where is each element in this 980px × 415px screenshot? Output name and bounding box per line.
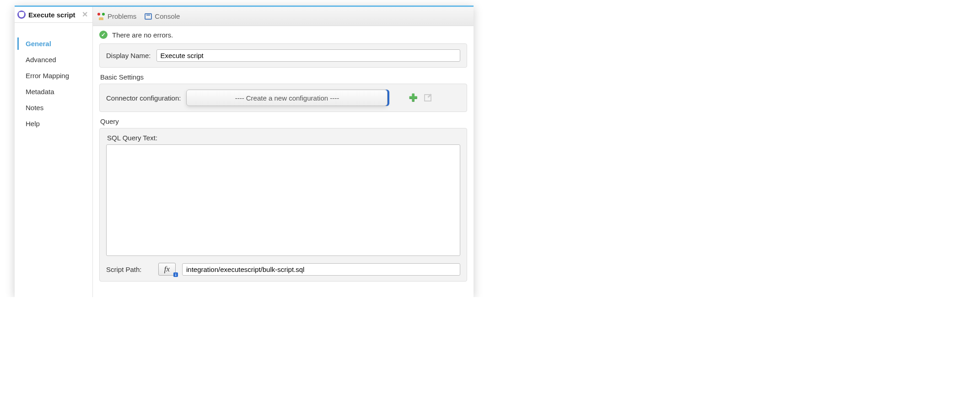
basic-settings-title: Basic Settings	[99, 71, 467, 84]
fx-button[interactable]: fx i	[158, 263, 176, 276]
display-name-label: Display Name:	[106, 52, 151, 59]
tab-problems[interactable]: Problems	[97, 12, 136, 20]
dropdown-selected-text: ---- Create a new configuration ----	[235, 94, 339, 102]
sidebar-nav: General Advanced Error Mapping Metadata …	[15, 36, 92, 132]
check-icon: ✓	[99, 31, 108, 39]
sidebar-item-error-mapping[interactable]: Error Mapping	[15, 68, 92, 84]
script-path-input[interactable]	[182, 263, 460, 276]
sidebar-item-label: Metadata	[26, 88, 54, 96]
app-window: Execute script ✕ General Advanced Error …	[15, 5, 474, 297]
query-section: SQL Query Text: Script Path: fx i	[99, 128, 467, 282]
close-icon[interactable]: ✕	[80, 11, 90, 18]
edit-config-button[interactable]	[423, 93, 432, 102]
sidebar-item-label: Error Mapping	[26, 72, 69, 80]
main-panel: Problems Console ✓ There are no errors. …	[92, 7, 474, 297]
active-tab-label: Execute script	[28, 11, 77, 19]
status-bar: ✓ There are no errors.	[93, 26, 474, 43]
connector-config-label: Connector configuration:	[106, 94, 181, 102]
plus-icon: ✚	[409, 92, 417, 104]
status-message: There are no errors.	[112, 31, 173, 39]
sidebar-item-notes[interactable]: Notes	[15, 100, 92, 116]
basic-settings-section: Connector configuration: ---- Create a n…	[99, 84, 467, 112]
display-name-input[interactable]	[156, 49, 460, 62]
sidebar: Execute script ✕ General Advanced Error …	[15, 7, 92, 297]
database-icon	[17, 11, 26, 19]
sidebar-item-label: Advanced	[26, 56, 56, 64]
sidebar-item-label: Notes	[26, 104, 43, 112]
connector-config-dropdown[interactable]: ---- Create a new configuration ----	[186, 90, 388, 106]
sidebar-item-label: Help	[26, 120, 40, 128]
tab-label: Problems	[108, 12, 136, 20]
form-content: Display Name: Basic Settings Connector c…	[93, 43, 474, 297]
fx-label: fx	[164, 265, 170, 274]
sidebar-item-advanced[interactable]: Advanced	[15, 52, 92, 68]
sql-query-label: SQL Query Text:	[106, 134, 460, 144]
info-badge-icon: i	[173, 272, 178, 277]
script-path-label: Script Path:	[106, 266, 152, 273]
view-tabs: Problems Console	[93, 7, 474, 26]
query-title: Query	[99, 116, 467, 128]
tab-label: Console	[155, 12, 180, 20]
edit-icon	[424, 94, 431, 101]
sidebar-item-general[interactable]: General	[15, 36, 92, 52]
problems-icon	[97, 13, 105, 20]
sidebar-item-label: General	[26, 40, 51, 48]
sidebar-item-help[interactable]: Help	[15, 116, 92, 132]
sql-query-textarea[interactable]	[106, 144, 460, 256]
add-config-button[interactable]: ✚	[409, 93, 418, 102]
console-icon	[145, 13, 152, 20]
active-editor-tab[interactable]: Execute script ✕	[15, 7, 92, 23]
tab-console[interactable]: Console	[145, 12, 180, 20]
display-name-section: Display Name:	[99, 43, 467, 68]
sidebar-item-metadata[interactable]: Metadata	[15, 84, 92, 100]
